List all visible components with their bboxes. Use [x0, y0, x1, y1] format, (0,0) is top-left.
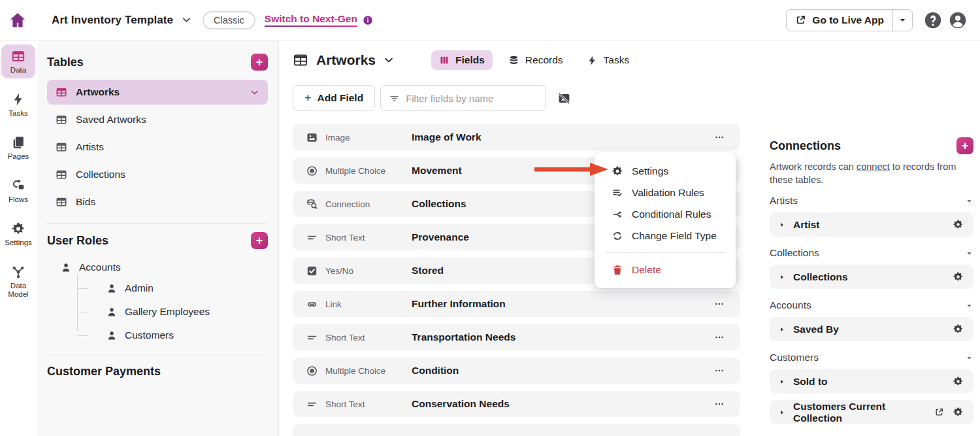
field-name: Further Information — [412, 298, 506, 310]
role-item-customers[interactable]: Customers — [77, 324, 268, 347]
menu-item-label: Settings — [632, 165, 668, 177]
radio-icon — [306, 365, 318, 377]
filter-fields-input[interactable] — [406, 93, 538, 104]
table-item-artists[interactable]: Artists — [47, 135, 268, 159]
field-menu-button[interactable] — [711, 396, 727, 412]
go-to-live-app-dropdown[interactable] — [893, 10, 912, 31]
table-item-bids[interactable]: Bids — [47, 190, 268, 214]
field-row-condition[interactable]: Multiple Choice Condition — [293, 358, 740, 384]
plus-icon: + — [304, 92, 312, 105]
field-row-partial[interactable] — [293, 424, 740, 436]
field-row-conservation-needs[interactable]: Short Text Conservation Needs — [293, 391, 740, 417]
field-row-further-information[interactable]: Link Further Information — [293, 291, 740, 317]
rail-item-flows[interactable]: Flows — [1, 174, 35, 208]
connection-group-artists[interactable]: Artists — [770, 195, 973, 207]
table-item-collections[interactable]: Collections — [47, 162, 268, 187]
branch-icon — [612, 209, 623, 220]
help-icon[interactable] — [924, 11, 942, 29]
field-menu-button[interactable] — [711, 129, 727, 145]
field-menu-button[interactable] — [711, 329, 727, 345]
app-title: Art Inventory Template — [52, 14, 173, 27]
app-title-chevron-down-icon[interactable] — [181, 14, 192, 25]
role-item-accounts[interactable]: Accounts — [47, 258, 268, 277]
connection-row-saved-by[interactable]: Saved By — [770, 317, 973, 341]
tab-label: Records — [525, 54, 563, 66]
tab-tasks[interactable]: Tasks — [579, 50, 638, 70]
field-name: Condition — [412, 365, 459, 377]
field-menu-button[interactable] — [711, 363, 727, 378]
menu-item-change-field-type[interactable]: Change Field Type — [595, 225, 736, 246]
add-user-role-button[interactable]: + — [251, 232, 268, 249]
connection-group-customers[interactable]: Customers — [770, 352, 973, 363]
pages-icon — [11, 135, 25, 150]
table-item-artworks[interactable]: Artworks — [47, 80, 268, 105]
connection-row-sold-to[interactable]: Sold to — [770, 369, 973, 394]
home-icon[interactable] — [8, 11, 27, 29]
connection-settings-button[interactable] — [951, 270, 965, 284]
menu-item-label: Delete — [632, 264, 661, 276]
tables-title: Tables — [47, 56, 84, 69]
person-icon — [60, 261, 72, 273]
menu-item-validation-rules[interactable]: Validation Rules — [595, 182, 736, 203]
cycle-icon — [612, 230, 623, 242]
caret-right-icon[interactable] — [778, 326, 786, 333]
avatar[interactable] — [949, 11, 967, 29]
menu-divider — [605, 252, 725, 253]
role-label: Accounts — [79, 261, 121, 273]
connection-settings-button[interactable] — [951, 375, 965, 388]
caret-down-icon — [965, 197, 973, 205]
connection-group-collections[interactable]: Collections — [770, 247, 973, 259]
rail-item-tasks[interactable]: Tasks — [1, 88, 35, 122]
connection-settings-button[interactable] — [951, 218, 965, 231]
role-label: Gallery Employees — [125, 306, 210, 318]
caret-right-icon[interactable] — [778, 409, 786, 416]
go-to-live-app-button[interactable]: Go to Live App — [787, 10, 892, 31]
role-label: Admin — [125, 282, 154, 294]
columns-icon — [439, 55, 449, 65]
network-icon — [11, 265, 25, 279]
classic-version-badge: Classic — [203, 11, 255, 29]
tab-records[interactable]: Records — [500, 50, 571, 70]
person-icon — [106, 329, 118, 341]
field-row-transportation-needs[interactable]: Short Text Transportation Needs — [293, 324, 740, 350]
menu-item-delete[interactable]: Delete — [595, 259, 736, 280]
section-divider — [47, 356, 268, 356]
connection-settings-button[interactable] — [951, 322, 965, 336]
connection-row-customers-current-collection[interactable]: Customers Current Collection — [770, 400, 973, 424]
rail-item-settings[interactable]: Settings — [1, 217, 35, 251]
short-text-icon — [306, 231, 318, 244]
connect-link-text[interactable]: connect — [857, 161, 890, 172]
hide-images-icon[interactable] — [557, 92, 571, 105]
rail-item-data-model[interactable]: Data Model — [1, 260, 35, 303]
field-row-image-of-work[interactable]: Image Image of Work — [293, 124, 740, 150]
link-icon — [306, 298, 318, 310]
tab-fields[interactable]: Fields — [431, 50, 493, 70]
rail-item-pages[interactable]: Pages — [1, 131, 35, 165]
table-chevron-down-icon[interactable] — [383, 54, 395, 66]
field-menu-button[interactable] — [711, 296, 727, 312]
add-field-button[interactable]: + Add Field — [293, 85, 375, 111]
add-table-button[interactable]: + — [251, 54, 268, 71]
user-roles-title: User Roles — [47, 234, 108, 248]
role-item-admin[interactable]: Admin — [77, 277, 268, 300]
connection-row-artist[interactable]: Artist — [770, 212, 973, 237]
table-item-label: Artworks — [76, 86, 120, 98]
caret-right-icon[interactable] — [778, 378, 786, 386]
caret-right-icon[interactable] — [778, 273, 786, 281]
connection-row-collections[interactable]: Collections — [770, 265, 973, 289]
switch-to-next-gen-link[interactable]: Switch to Next-Gen — [265, 13, 357, 27]
add-field-label: Add Field — [318, 92, 364, 104]
caret-right-icon[interactable] — [778, 221, 786, 229]
connection-settings-button[interactable] — [951, 405, 965, 419]
info-icon[interactable] — [363, 15, 373, 25]
table-header: Artworks Fields Records Tasks — [293, 50, 751, 70]
chevron-down-icon[interactable] — [250, 88, 259, 97]
rail-item-data[interactable]: Data — [1, 44, 35, 78]
description-text: Artwork records can — [770, 161, 857, 172]
table-item-saved-artworks[interactable]: Saved Artworks — [47, 107, 268, 132]
add-connection-button[interactable]: + — [956, 137, 973, 154]
menu-item-conditional-rules[interactable]: Conditional Rules — [595, 203, 736, 225]
role-item-gallery-employees[interactable]: Gallery Employees — [77, 300, 268, 324]
menu-item-settings[interactable]: Settings — [595, 160, 736, 182]
connection-group-accounts[interactable]: Accounts — [770, 299, 973, 311]
